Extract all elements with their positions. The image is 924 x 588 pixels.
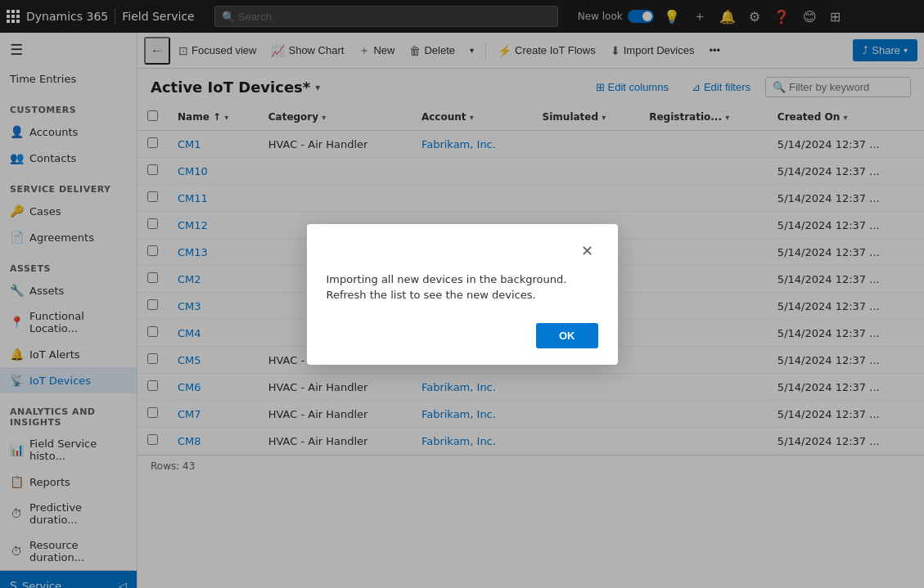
modal-ok-button[interactable]: OK <box>536 323 598 348</box>
modal-message: Importing all new devices in the backgro… <box>327 272 598 303</box>
import-dialog: ✕ Importing all new devices in the backg… <box>307 224 618 365</box>
modal-footer: OK <box>327 323 598 348</box>
modal-overlay: ✕ Importing all new devices in the backg… <box>0 0 924 588</box>
modal-header: ✕ <box>327 240 598 262</box>
modal-close-button[interactable]: ✕ <box>576 240 598 262</box>
